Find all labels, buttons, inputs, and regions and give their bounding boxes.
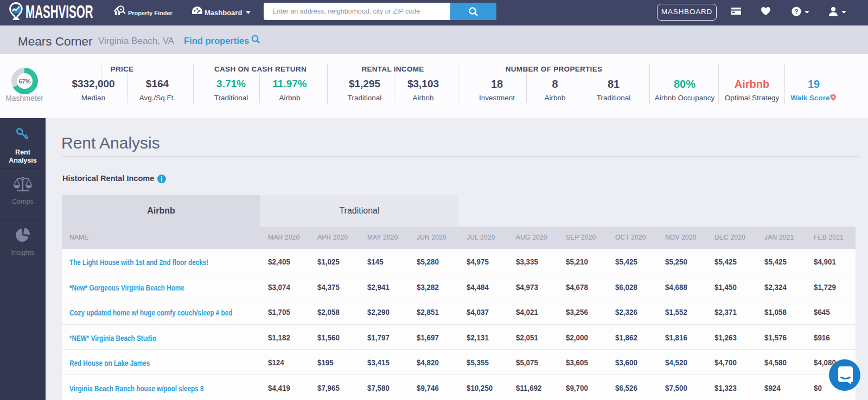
svg-text:?: ? bbox=[794, 8, 798, 15]
